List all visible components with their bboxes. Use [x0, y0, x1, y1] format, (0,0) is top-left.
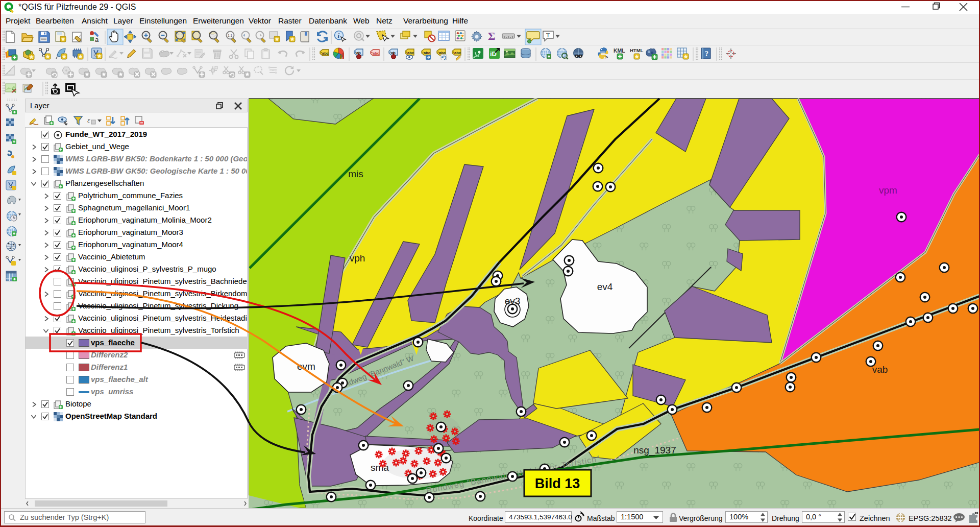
- svg-text:?: ?: [705, 50, 708, 58]
- svg-text:vab: vab: [872, 364, 888, 375]
- svg-text:Bild 13: Bild 13: [535, 476, 580, 491]
- svg-text:i: i: [338, 32, 340, 39]
- svg-text:nsg_1937: nsg_1937: [633, 445, 676, 456]
- svg-text:abc: abc: [454, 51, 461, 55]
- svg-text:abc: abc: [373, 51, 379, 56]
- svg-text:Σ: Σ: [488, 30, 495, 42]
- svg-text:vph: vph: [350, 253, 365, 264]
- svg-text:abc: abc: [424, 51, 430, 55]
- svg-text:abc: abc: [407, 51, 414, 55]
- svg-text:1:1: 1:1: [228, 34, 232, 37]
- svg-text:evm: evm: [297, 361, 315, 372]
- svg-text:ev4: ev4: [597, 281, 613, 292]
- svg-text:vpm: vpm: [879, 185, 897, 196]
- svg-text:T: T: [546, 32, 550, 39]
- svg-text:a: a: [95, 36, 99, 43]
- svg-text:abc: abc: [322, 51, 329, 56]
- svg-text:iD: iD: [490, 50, 497, 58]
- svg-text:mis: mis: [348, 169, 363, 179]
- svg-text:ε: ε: [87, 116, 90, 124]
- svg-text:KML: KML: [614, 47, 625, 54]
- svg-text:HTML: HTML: [630, 47, 644, 53]
- svg-text:>: >: [605, 55, 608, 60]
